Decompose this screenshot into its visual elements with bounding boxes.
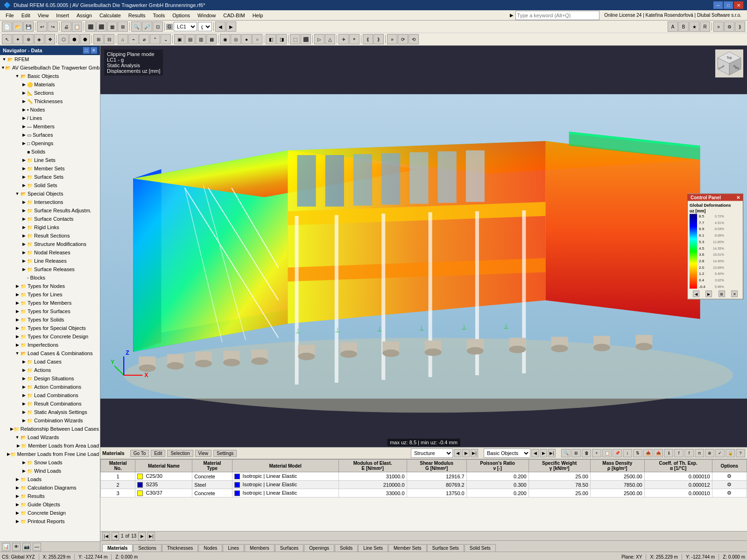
- tree-toggle-rel-between-load-cases[interactable]: ▶: [10, 426, 14, 432]
- cp-btn1[interactable]: ◀: [693, 291, 699, 297]
- menu-insert[interactable]: Insert: [52, 12, 73, 19]
- tree-item-structure-modifications[interactable]: ▶📁Structure Modifications: [0, 240, 100, 248]
- tab-member-sets[interactable]: Member Sets: [388, 544, 426, 552]
- tree-item-loads[interactable]: ▶📁Loads: [0, 475, 100, 483]
- menu-window[interactable]: Window: [194, 12, 219, 19]
- lc-value-select[interactable]: g: [198, 22, 212, 31]
- tree-item-wind-loads[interactable]: ▶📁Wind Loads: [0, 467, 100, 475]
- tree-item-load-cases[interactable]: ▶📁Load Cases: [0, 357, 100, 366]
- tb2-13[interactable]: ⌀: [139, 34, 149, 44]
- tree-toggle-surface-sets[interactable]: ▶: [21, 174, 27, 180]
- menu-edit[interactable]: Edit: [18, 12, 34, 19]
- bo-end[interactable]: ▶|: [548, 449, 556, 457]
- tb2-25[interactable]: ◨: [276, 34, 287, 44]
- tb2-7[interactable]: ⬢: [69, 34, 79, 44]
- row-next[interactable]: ▶: [138, 532, 146, 540]
- tree-item-types-special[interactable]: ▶📁Types for Special Objects: [0, 324, 100, 332]
- tree-toggle-project[interactable]: ▼: [1, 64, 5, 71]
- tb-nav-r[interactable]: R: [700, 21, 710, 32]
- table-row[interactable]: 2 S235 Steel Isotropic | Linear Elastic …: [101, 481, 747, 489]
- tb-view4[interactable]: ⊞: [118, 21, 128, 32]
- nav-close-button[interactable]: ✕: [91, 47, 97, 54]
- tree-item-line-sets[interactable]: ▶📁Line Sets: [0, 156, 100, 164]
- tree-item-load-wizards[interactable]: ▼📂Load Wizards: [0, 433, 100, 441]
- bo-next[interactable]: ▶: [540, 449, 547, 457]
- tab-line-sets[interactable]: Line Sets: [358, 544, 388, 552]
- tree-item-types-concrete[interactable]: ▶📁Types for Concrete Design: [0, 332, 100, 341]
- tree-toggle-action-combinations[interactable]: ▶: [21, 384, 27, 390]
- tree-item-printout-reports[interactable]: ▶📁Printout Reports: [0, 517, 100, 525]
- tree-toggle-snow-loads[interactable]: ▶: [21, 459, 27, 466]
- mat-formula[interactable]: f: [674, 449, 684, 457]
- tb-print[interactable]: 🖨: [61, 21, 71, 32]
- tree-toggle-types-nodes[interactable]: ▶: [14, 283, 21, 289]
- tab-solid-sets[interactable]: Solid Sets: [465, 544, 496, 552]
- edit-btn[interactable]: Edit: [151, 450, 165, 457]
- tree-item-special-objects[interactable]: ▼📂Special Objects: [0, 189, 100, 198]
- tree-item-results[interactable]: ▶📁Results: [0, 492, 100, 500]
- mat-filter[interactable]: ⊞: [571, 449, 581, 457]
- table-row[interactable]: 1 C25/30 Concrete Isotropic | Linear Ela…: [101, 472, 747, 481]
- tb-nav-a[interactable]: A: [668, 21, 678, 32]
- tree-toggle-design-situations[interactable]: ▶: [21, 375, 27, 382]
- tree-toggle-member-loads-free[interactable]: ▶: [7, 451, 10, 457]
- struct-prev[interactable]: ◀: [454, 449, 461, 457]
- tree-item-snow-loads[interactable]: ▶📁Snow Loads: [0, 458, 100, 467]
- tab-members[interactable]: Members: [245, 544, 275, 552]
- tree-item-combination-wizards[interactable]: ▶📁Combination Wizards: [0, 416, 100, 425]
- goto-btn[interactable]: Go To: [130, 450, 149, 457]
- tb-view2[interactable]: ⬛: [96, 21, 106, 32]
- nav-detach-button[interactable]: □: [83, 47, 90, 54]
- mat-info[interactable]: ℹ: [664, 449, 673, 457]
- tree-toggle-rfem[interactable]: ▼: [1, 56, 7, 63]
- nav-bottom-view[interactable]: 📷: [22, 543, 31, 551]
- tree-item-types-surfaces[interactable]: ▶📁Types for Surfaces: [0, 307, 100, 315]
- tree-toggle-member-sets[interactable]: ▶: [21, 165, 27, 172]
- tb-save[interactable]: 💾: [23, 21, 34, 32]
- struct-end[interactable]: ▶|: [471, 449, 478, 457]
- mat-search[interactable]: 🔍: [561, 449, 571, 457]
- tab-thicknesses[interactable]: Thicknesses: [162, 544, 198, 552]
- tree-toggle-solids[interactable]: [21, 148, 27, 155]
- tree-toggle-concrete-design[interactable]: ▶: [14, 510, 21, 516]
- mat-sort[interactable]: ⇅: [633, 449, 642, 457]
- tree-toggle-types-surfaces[interactable]: ▶: [14, 308, 21, 315]
- row-last[interactable]: ▶|: [148, 532, 155, 540]
- tree-item-rfem[interactable]: ▼📂RFEM: [0, 55, 100, 63]
- bo-prev[interactable]: ◀: [531, 449, 539, 457]
- tree-toggle-materials[interactable]: ▶: [21, 81, 27, 88]
- tree-toggle-printout-reports[interactable]: ▶: [14, 518, 21, 525]
- tree-toggle-structure-modifications[interactable]: ▶: [21, 241, 27, 247]
- tb2-10[interactable]: ⊟: [104, 34, 114, 44]
- view-btn[interactable]: View: [195, 450, 212, 457]
- cp-close[interactable]: ✕: [736, 195, 740, 200]
- tree-item-rigid-links[interactable]: ▶📁Rigid Links: [0, 223, 100, 231]
- tree-toggle-lines[interactable]: ▶: [21, 115, 27, 121]
- cell-options[interactable]: ⚙: [712, 489, 747, 497]
- menu-tools[interactable]: Tools: [149, 12, 169, 19]
- tb-nav-star[interactable]: ★: [689, 21, 699, 32]
- menu-calculate[interactable]: Calculate: [96, 12, 125, 19]
- tree-toggle-load-cases-combinations[interactable]: ▼: [14, 350, 21, 357]
- tree-toggle-openings[interactable]: ▶: [21, 140, 27, 147]
- tree-toggle-imperfections[interactable]: ▶: [14, 342, 21, 348]
- tree-toggle-surface-results-adj[interactable]: ▶: [21, 207, 27, 214]
- tb2-24[interactable]: ◧: [266, 34, 276, 44]
- tb-new[interactable]: 📄: [2, 21, 12, 32]
- tb-arrow-right[interactable]: ▶: [226, 21, 236, 32]
- tb-open[interactable]: 📂: [13, 21, 23, 32]
- tree-toggle-types-solids[interactable]: ▶: [14, 316, 21, 323]
- tree-toggle-member-loads-area[interactable]: ▶: [16, 442, 21, 449]
- tree-item-actions[interactable]: ▶📁Actions: [0, 366, 100, 374]
- tree-toggle-line-releases[interactable]: ▶: [21, 258, 27, 264]
- tb2-30[interactable]: ✈: [338, 34, 349, 44]
- tree-item-types-lines[interactable]: ▶📁Types for Lines: [0, 290, 100, 299]
- mat-param[interactable]: π: [695, 449, 704, 457]
- tb-redo[interactable]: ↪: [48, 21, 58, 32]
- tb-fit[interactable]: ⊡: [153, 21, 163, 32]
- tb-undo[interactable]: ↩: [37, 21, 47, 32]
- tb2-31[interactable]: ⌖: [349, 34, 359, 44]
- tb-view1[interactable]: ⬛: [85, 21, 96, 32]
- tb-copy[interactable]: 📋: [72, 21, 82, 32]
- tab-surface-sets[interactable]: Surface Sets: [427, 544, 464, 552]
